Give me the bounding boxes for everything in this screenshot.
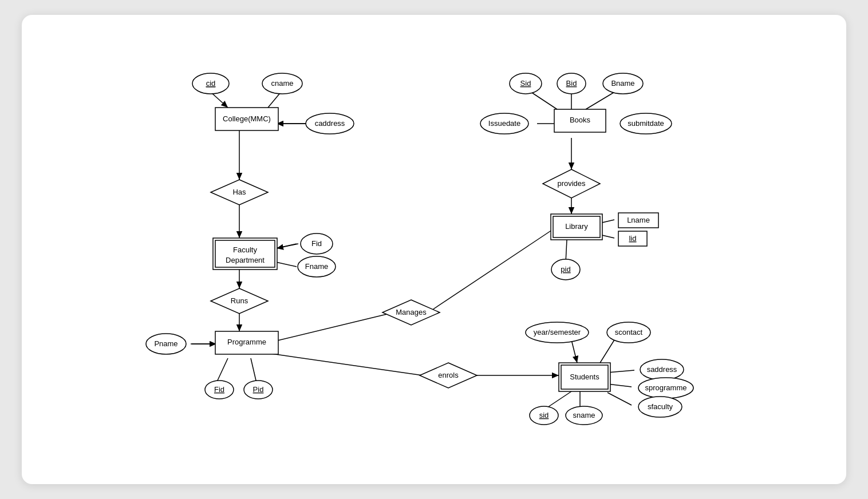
attr-saddress-label: saddress (647, 365, 677, 374)
svg-line-15 (216, 358, 228, 383)
attr-issuedate-label: Issuedate (488, 119, 520, 128)
rel-has-label: Has (232, 188, 246, 196)
diagram-canvas: College(MMC) Faculty Department Programm… (22, 15, 846, 484)
rel-provides-label: provides (557, 179, 586, 188)
svg-line-10 (276, 262, 297, 267)
svg-line-9 (277, 244, 298, 248)
attr-sprogramme-label: sprogramme (645, 383, 687, 392)
attr-submitdate-label: submitdate (628, 119, 664, 128)
entity-books-label: Books (570, 116, 591, 124)
attr-lid-label: lid (629, 234, 636, 243)
svg-line-31 (571, 340, 577, 363)
entity-faculty-label: Faculty (233, 245, 257, 254)
rel-runs-label: Runs (231, 296, 248, 305)
attr-pid-label: Pid (253, 385, 264, 394)
svg-line-19 (586, 90, 617, 109)
rel-enrols-label: enrols (438, 371, 459, 379)
entity-college-label: College(MMC) (223, 114, 271, 123)
attr-pname-label: Pname (154, 339, 177, 348)
entity-programme-label: Programme (227, 338, 266, 346)
svg-line-36 (546, 391, 571, 409)
attr-bid-label: Bid (566, 79, 577, 88)
attr-lname-label: Lname (627, 216, 650, 224)
attr-sid-book-label: Sid (520, 79, 531, 88)
attr-pid-lib-label: pid (561, 265, 570, 274)
svg-line-16 (251, 358, 257, 383)
attr-fname-label: Fname (305, 262, 328, 271)
attr-bname-label: Bname (611, 79, 634, 88)
attr-cid-label: cid (206, 79, 216, 88)
svg-line-28 (263, 312, 394, 344)
attr-fid-label: Fid (311, 239, 322, 248)
attr-cname-label: cname (271, 79, 293, 88)
attr-fid2-label: Fid (214, 385, 224, 394)
attr-scontact-label: scontact (615, 328, 643, 336)
svg-line-34 (607, 384, 632, 387)
entity-library-label: Library (565, 222, 588, 231)
svg-line-32 (600, 340, 614, 363)
attr-sfaculty-label: sfaculty (648, 402, 673, 411)
svg-line-2 (211, 92, 228, 108)
svg-line-35 (607, 393, 632, 405)
attr-caddress-label: caddress (315, 119, 345, 128)
attr-year-sem-label: year/semester (534, 328, 581, 336)
svg-line-33 (607, 370, 634, 373)
entity-students-label: Students (570, 373, 599, 381)
svg-line-29 (263, 353, 423, 375)
attr-sid-label: sid (539, 411, 549, 419)
rel-manages-label: Manages (396, 308, 427, 316)
attr-sname-label: sname (573, 411, 595, 419)
svg-line-27 (428, 227, 557, 312)
entity-faculty-label2: Department (226, 256, 265, 264)
